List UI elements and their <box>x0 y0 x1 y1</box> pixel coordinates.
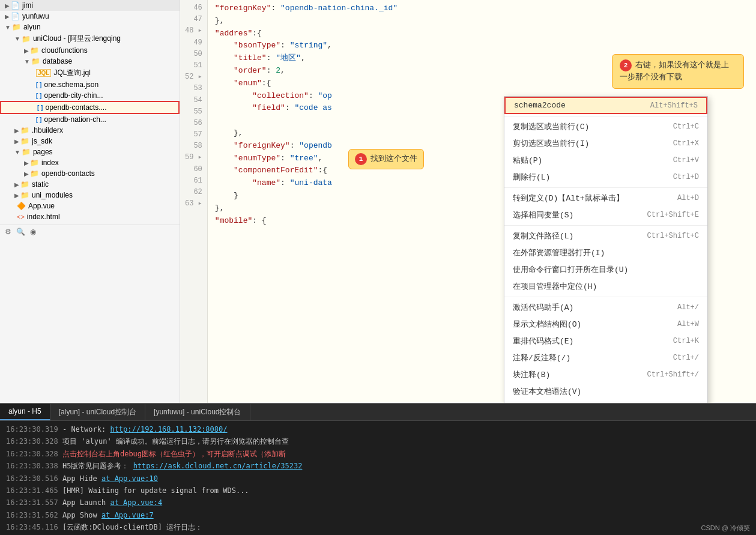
sidebar-label: alyun <box>23 23 41 31</box>
sidebar-item-pages[interactable]: ▼ 📁 pages <box>0 147 180 157</box>
log-text: App Launch <box>62 498 110 507</box>
sidebar-item-opendb-contacts-page[interactable]: ▶ 📁 opendb-contacts <box>0 168 180 179</box>
sidebar-item-cloudfunctions[interactable]: ▶ 📁 cloudfunctions <box>0 45 180 56</box>
tree-toggle[interactable]: ▶ <box>5 2 10 9</box>
sidebar-label: one.schema.json <box>44 80 98 89</box>
context-menu-comment[interactable]: 注释/反注释(/) Ctrl+/ <box>504 349 707 366</box>
context-menu-schema2code[interactable]: schema2code Alt+Shift+S <box>504 97 707 114</box>
sidebar-item-opendb-city[interactable]: [ ] opendb-city-chin... <box>0 90 180 101</box>
sidebar-item-jimi[interactable]: ▶ 📄 jimi <box>0 0 180 11</box>
bubble-num-1: 1 <box>355 153 367 165</box>
tree-toggle[interactable]: ▼ <box>14 35 20 42</box>
tree-toggle[interactable]: ▶ <box>14 181 19 188</box>
log-text: - Network: <box>62 425 110 434</box>
menu-shortcut: Ctrl+Shift+C <box>647 232 699 240</box>
context-menu-delete-line[interactable]: 删除行(L) Ctrl+D <box>504 169 707 186</box>
sidebar-item-schema[interactable]: [ ] one.schema.json <box>0 79 180 90</box>
menu-label: schema2code <box>514 101 566 110</box>
log-text: App Show <box>62 511 101 519</box>
sidebar-item-database[interactable]: ▼ 📁 database <box>0 56 180 67</box>
context-menu-cut-line[interactable]: 剪切选区或当前行(I) Ctrl+X <box>504 135 707 152</box>
sidebar-item-yunfuwu[interactable]: ▶ 📄 yunfuwu <box>0 11 180 22</box>
tab-yunfuwu-unicloud[interactable]: [yunfuwu] - uniCloud控制台 <box>145 404 250 420</box>
sidebar-item-app-vue[interactable]: 🔶 App.vue <box>0 201 180 211</box>
sidebar-item-js_sdk[interactable]: ▶ 📁 js_sdk <box>0 136 180 147</box>
tree-toggle[interactable]: ▶ <box>24 160 29 166</box>
tree-toggle[interactable]: ▶ <box>14 138 19 145</box>
context-menu-locate-project[interactable]: 在项目管理器中定位(H) <box>504 278 707 295</box>
menu-label: 在项目管理器中定位(H) <box>513 281 597 292</box>
log-line-6: 16:23:31.465 [HMR] Waiting for update si… <box>6 485 750 497</box>
sidebar-label: static <box>32 180 49 189</box>
context-menu-select-same[interactable]: 选择相同变量(S) Ctrl+Shift+E <box>504 207 707 223</box>
json-icon: [ ] <box>37 104 43 111</box>
context-menu-open-terminal[interactable]: 使用命令行窗口打开所在目录(U) <box>504 261 707 278</box>
context-menu-copy-path[interactable]: 复制文件路径(L) Ctrl+Shift+C <box>504 228 707 244</box>
menu-shortcut: Alt+Shift+S <box>650 101 698 110</box>
log-link[interactable]: at App.vue:7 <box>101 511 154 519</box>
tree-toggle[interactable]: ▶ <box>24 47 29 54</box>
sidebar-bottom-icon3[interactable]: ◉ <box>30 228 36 236</box>
tree-toggle[interactable]: ▶ <box>14 127 19 134</box>
log-text: [云函数:DCloud-clientDB] 运行日志： <box>62 523 202 531</box>
sidebar-item-opendb-contacts[interactable]: [ ] opendb-contacts.... <box>0 101 180 114</box>
menu-shortcut: Ctrl+V <box>673 156 699 165</box>
log-link[interactable]: at App.vue:4 <box>110 498 162 507</box>
sidebar-bottom-icon1[interactable]: ⚙ <box>5 228 11 236</box>
context-menu-copy-line[interactable]: 复制选区或当前行(C) Ctrl+C <box>504 118 707 135</box>
sidebar-item-index-html[interactable]: <> index.html <box>0 211 180 222</box>
sidebar-item-opendb-nation[interactable]: [ ] opendb-nation-ch... <box>0 114 180 125</box>
context-menu-block-comment[interactable]: 块注释(B) Ctrl+Shift+/ <box>504 366 707 383</box>
tree-toggle[interactable]: ▶ <box>14 192 19 199</box>
log-time: 16:23:30.328 <box>6 450 58 458</box>
log-link[interactable]: at App.vue:10 <box>101 474 158 483</box>
sidebar-item-uniCloud[interactable]: ▼ 📁 uniCloud - [阿里云:lengqing <box>0 32 180 45</box>
menu-label: 块注释(B) <box>513 369 550 380</box>
sidebar-item-alyun[interactable]: ▼ 📁 alyun <box>0 22 180 32</box>
sidebar-item-uni_modules[interactable]: ▶ 📁 uni_modules <box>0 190 180 201</box>
log-text: [HMR] Waiting for update signal from WDS… <box>62 486 249 495</box>
log-line-1: 16:23:30.319 - Network: http://192.168.1… <box>6 423 750 435</box>
tree-toggle[interactable]: ▶ <box>5 13 10 20</box>
log-time: 16:23:30.338 <box>6 462 58 470</box>
menu-label: 激活代码助手(A) <box>513 302 573 313</box>
log-time: 16:23:30.328 <box>6 437 58 446</box>
tab-alyun-h5[interactable]: alyun - H5 <box>0 404 50 420</box>
menu-label: 显示文档结构图(O) <box>513 319 581 330</box>
sidebar-item-index[interactable]: ▶ 📁 index <box>0 157 180 168</box>
file-icon: 📄 <box>11 1 20 10</box>
tree-toggle[interactable]: ▼ <box>5 24 11 31</box>
tab-alyun-unicloud[interactable]: [alyun] - uniCloud控制台 <box>50 404 145 420</box>
context-menu-reformat[interactable]: 重排代码格式(E) Ctrl+K <box>504 333 707 349</box>
code-line-48: "addres":{ <box>215 28 749 40</box>
sidebar-bottom-icon2[interactable]: 🔍 <box>16 228 25 236</box>
sidebar-label: index <box>41 159 59 167</box>
log-link[interactable]: http://192.168.11.132:8080/ <box>110 425 227 434</box>
sidebar-label: index.html <box>27 213 60 221</box>
menu-shortcut: Ctrl+K <box>673 337 699 345</box>
sidebar-label: jimi <box>22 1 33 10</box>
bottom-panel: alyun - H5 [alyun] - uniCloud控制台 [yunfuw… <box>0 403 756 535</box>
log-link[interactable]: https://ask.dcloud.net.cn/article/35232 <box>133 462 303 470</box>
context-menu: schema2code Alt+Shift+S 复制选区或当前行(C) Ctrl… <box>504 96 708 403</box>
log-time: 16:23:31.557 <box>6 498 58 507</box>
sidebar-item-static[interactable]: ▶ 📁 static <box>0 179 180 190</box>
context-menu-show-outline[interactable]: 显示文档结构图(O) Alt+W <box>504 316 707 333</box>
menu-divider <box>504 297 707 297</box>
sidebar-item-jql[interactable]: JQL JQL查询.jql <box>0 67 180 79</box>
context-menu-validate[interactable]: 验证本文档语法(V) <box>504 383 707 400</box>
context-menu-goto-def[interactable]: 转到定义(D)【Alt+鼠标单击】 Alt+D <box>504 190 707 207</box>
menu-label: 选择相同变量(S) <box>513 210 573 220</box>
tree-toggle[interactable]: ▼ <box>24 58 30 65</box>
menu-divider <box>504 116 707 116</box>
sidebar-item-hbuilderx[interactable]: ▶ 📁 .hbuilderx <box>0 125 180 136</box>
context-menu-open-external[interactable]: 在外部资源管理器打开(I) <box>504 244 707 261</box>
tree-toggle[interactable]: ▼ <box>14 149 20 156</box>
menu-label: 删除行(L) <box>513 172 550 183</box>
tree-toggle[interactable]: ▶ <box>24 171 29 177</box>
context-menu-activate-helper[interactable]: 激活代码助手(A) Alt+/ <box>504 299 707 316</box>
menu-label: 注释/反注释(/) <box>513 352 570 363</box>
sidebar-label: pages <box>33 148 53 156</box>
context-menu-paste[interactable]: 粘贴(P) Ctrl+V <box>504 152 707 169</box>
sidebar-label: uniCloud - [阿里云:lengqing <box>33 34 121 44</box>
